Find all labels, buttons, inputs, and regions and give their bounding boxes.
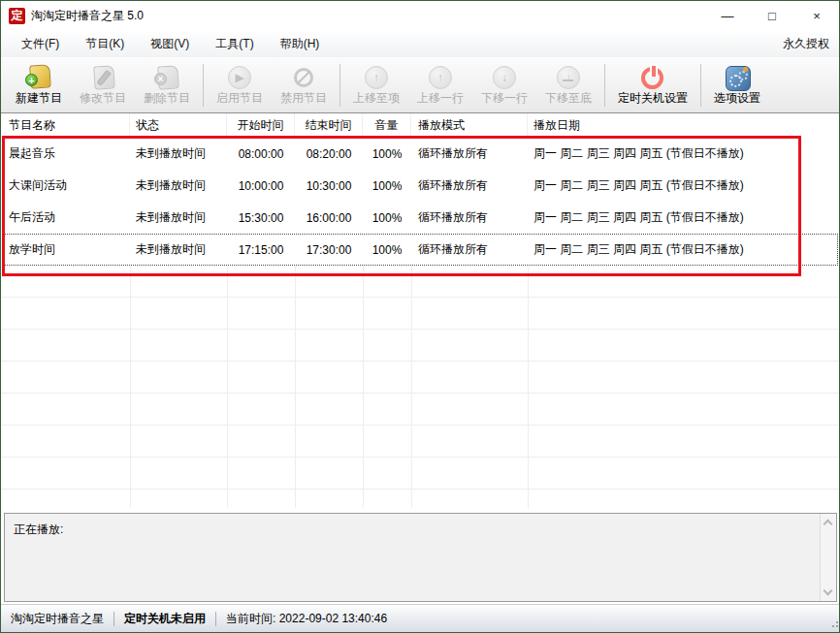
table-row[interactable]: 放学时间 未到播放时间 17:15:00 17:30:00 100% 循环播放所… [1,234,839,266]
move-to-bottom-icon: ↓ [555,64,582,87]
status-time: 当前时间: 2022-09-02 13:40:46 [216,611,397,627]
window-controls: — □ × [705,1,839,30]
edit-program-button[interactable]: 修改节目 [71,61,135,110]
cell-start-time: 17:15:00 [227,234,295,266]
status-time-label: 当前时间: [226,612,275,625]
cell-play-mode: 循环播放所有 [411,170,528,202]
cell-program-name: 放学时间 [1,234,130,266]
table-row[interactable]: 午后活动 未到播放时间 15:30:00 16:00:00 100% 循环播放所… [1,202,839,234]
scroll-down-icon[interactable] [824,586,833,596]
enable-program-button[interactable]: ▶ 启用节目 [208,61,272,110]
title-bar: 定 淘淘定时播音之星 5.0 — □ × [1,1,839,30]
table-header: 节目名称 状态 开始时间 结束时间 音量 播放模式 播放日期 [1,113,839,138]
cell-program-name: 晨起音乐 [1,138,130,170]
move-down-button[interactable]: ↓ 下移一行 [472,61,536,110]
cell-status: 未到播放时间 [130,170,227,202]
column-header-volume[interactable]: 音量 [363,113,411,138]
column-header-name[interactable]: 节目名称 [1,113,130,138]
status-shutdown: 定时关机未启用 [114,611,215,627]
cell-end-time: 17:30:00 [295,234,363,266]
column-header-mode[interactable]: 播放模式 [411,113,528,138]
minimize-icon: — [722,9,734,23]
toolbar-separator [700,64,701,107]
cell-volume: 100% [363,234,411,266]
maximize-button[interactable]: □ [750,1,794,30]
move-to-top-icon: ↑ [363,64,390,87]
move-to-bottom-button[interactable]: ↓ 下移至底 [536,61,600,110]
maximize-icon: □ [768,9,776,23]
cell-volume: 100% [363,202,411,234]
options-settings-button[interactable]: 选项设置 [705,61,769,110]
cell-program-name: 午后活动 [1,202,130,234]
cell-program-name: 大课间活动 [1,170,130,202]
cell-play-days: 循环播放所有 [411,234,528,266]
arrow-down-icon: ↓ [491,64,518,87]
new-program-icon: + [25,64,52,87]
status-time-value: 2022-09-02 13:40:46 [279,612,387,625]
close-button[interactable]: × [794,1,839,30]
move-to-top-button[interactable]: ↑ 上移至项 [344,61,408,110]
status-bar: 淘淘定时播音之星 定时关机未启用 当前时间: 2022-09-02 13:40:… [1,604,839,632]
resize-grip-icon[interactable] [832,625,834,627]
table-row[interactable]: 大课间活动 未到播放时间 10:00:00 10:30:00 100% 循环播放… [1,170,839,202]
delete-program-button[interactable]: × 删除节目 [135,61,199,110]
scrollbar[interactable] [820,514,836,601]
cell-status: 未到播放时间 [130,138,227,170]
cell-end-time: 08:20:00 [295,138,363,170]
window-title: 淘淘定时播音之星 5.0 [31,8,144,24]
now-playing-label: 正在播放: [14,522,63,538]
now-playing-panel: 正在播放: [4,513,837,602]
cell-play-days: 周一 周二 周三 周四 周五 (节假日不播放) [528,202,839,234]
cell-play-days: 周一 周二 周三 周四 周五 (节假日不播放) [528,234,839,266]
ban-icon [290,64,317,87]
move-up-button[interactable]: ↑ 上移一行 [408,61,472,110]
edit-program-icon [89,64,116,87]
toolbar-separator [604,64,605,107]
toolbar: + 新建节目 修改节目 × 删除节目 ▶ 启用节目 禁用节目 ↑ 上移至项 ↑ … [1,57,839,113]
app-icon: 定 [9,8,25,24]
menu-program[interactable]: 节目(K) [77,32,133,56]
column-header-start[interactable]: 开始时间 [227,113,295,138]
cell-start-time: 08:00:00 [227,138,295,170]
power-icon [639,64,666,87]
status-app-name: 淘淘定时播音之星 [1,611,113,627]
cell-volume: 100% [363,138,411,170]
license-status: 永久授权 [783,36,829,52]
menu-bar: 文件(F) 节目(K) 视图(V) 工具(T) 帮助(H) 永久授权 [1,30,839,57]
cell-end-time: 10:30:00 [295,170,363,202]
cell-play-mode: 循环播放所有 [411,138,528,170]
menu-file[interactable]: 文件(F) [13,32,68,56]
cell-status: 未到播放时间 [130,234,227,266]
close-icon: × [813,9,821,23]
scroll-up-icon[interactable] [824,520,833,529]
menu-help[interactable]: 帮助(H) [272,32,329,56]
column-header-days[interactable]: 播放日期 [528,113,839,138]
disable-program-button[interactable]: 禁用节目 [272,61,336,110]
menu-view[interactable]: 视图(V) [142,32,198,56]
gear-icon [724,64,751,87]
column-header-end[interactable]: 结束时间 [295,113,363,138]
program-list: 晨起音乐 未到播放时间 08:00:00 08:20:00 100% 循环播放所… [1,138,839,508]
cell-play-mode: 循环播放所有 [411,202,528,234]
delete-program-icon: × [153,64,180,87]
column-header-status[interactable]: 状态 [130,113,227,138]
play-icon: ▶ [226,64,253,87]
shutdown-settings-button[interactable]: 定时关机设置 [609,61,696,110]
cell-start-time: 10:00:00 [227,170,295,202]
new-program-button[interactable]: + 新建节目 [7,61,71,110]
menu-tools[interactable]: 工具(T) [207,32,262,56]
minimize-button[interactable]: — [705,1,750,30]
cell-volume: 100% [363,170,411,202]
toolbar-separator [203,64,204,107]
app-window: 定 淘淘定时播音之星 5.0 — □ × 文件(F) 节目(K) 视图(V) 工… [0,0,840,633]
toolbar-separator [339,64,340,107]
cell-end-time: 16:00:00 [295,202,363,234]
table-row[interactable]: 晨起音乐 未到播放时间 08:00:00 08:20:00 100% 循环播放所… [1,138,839,170]
cell-play-days: 周一 周二 周三 周四 周五 (节假日不播放) [528,170,839,202]
arrow-up-icon: ↑ [427,64,454,87]
cell-start-time: 15:30:00 [227,202,295,234]
cell-play-days: 周一 周二 周三 周四 周五 (节假日不播放) [528,138,839,170]
cell-status: 未到播放时间 [130,202,227,234]
